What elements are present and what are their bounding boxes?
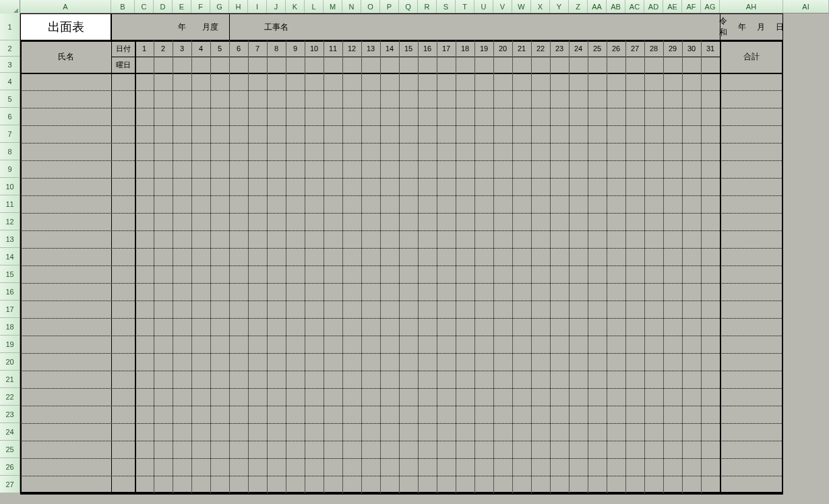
row-header-22[interactable]: 22 xyxy=(0,388,20,406)
row-header-col: 1234567891011121314151617181920212223242… xyxy=(0,13,20,493)
col-header-U[interactable]: U xyxy=(474,0,493,13)
col-header-B[interactable]: B xyxy=(111,0,135,13)
row-header-7[interactable]: 7 xyxy=(0,125,20,143)
col-header-L[interactable]: L xyxy=(305,0,324,13)
row-header-23[interactable]: 23 xyxy=(0,406,20,423)
col-header-J[interactable]: J xyxy=(267,0,286,13)
row-header-26[interactable]: 26 xyxy=(0,458,20,476)
grid-area[interactable]: 出面表 令和 年 月 日 年 月度 工事名 氏名 日付 曜日 合計 123456… xyxy=(20,13,829,504)
col-header-C[interactable]: C xyxy=(135,0,154,13)
day-header-25: 25 xyxy=(588,40,607,57)
weekday-header: 曜日 xyxy=(111,57,135,73)
row-header-8[interactable]: 8 xyxy=(0,143,20,160)
col-header-X[interactable]: X xyxy=(531,0,550,13)
day-header-28: 28 xyxy=(644,40,663,57)
row-header-11[interactable]: 11 xyxy=(0,195,20,213)
row-header-5[interactable]: 5 xyxy=(0,90,20,108)
col-header-D[interactable]: D xyxy=(154,0,173,13)
row-header-15[interactable]: 15 xyxy=(0,265,20,283)
day-header-13: 13 xyxy=(361,40,380,57)
title-text: 出面表 xyxy=(48,19,84,35)
col-header-N[interactable]: N xyxy=(342,0,361,13)
col-header-AI[interactable]: AI xyxy=(783,0,829,13)
col-header-Z[interactable]: Z xyxy=(569,0,588,13)
day-header-2: 2 xyxy=(154,40,173,57)
day-header-22: 22 xyxy=(531,40,550,57)
col-header-Y[interactable]: Y xyxy=(550,0,569,13)
day-header-19: 19 xyxy=(474,40,493,57)
title-cell[interactable]: 出面表 xyxy=(20,13,111,40)
col-header-Q[interactable]: Q xyxy=(399,0,418,13)
row-header-17[interactable]: 17 xyxy=(0,301,20,318)
day-header-11: 11 xyxy=(324,40,342,57)
day-header-23: 23 xyxy=(550,40,569,57)
col-header-S[interactable]: S xyxy=(437,0,456,13)
day-header-16: 16 xyxy=(418,40,437,57)
col-header-A[interactable]: A xyxy=(20,0,111,13)
col-header-M[interactable]: M xyxy=(324,0,342,13)
date-header: 日付 xyxy=(111,40,135,57)
col-header-R[interactable]: R xyxy=(418,0,437,13)
day-header-6: 6 xyxy=(229,40,248,57)
day-header-3: 3 xyxy=(173,40,191,57)
col-header-H[interactable]: H xyxy=(229,0,248,13)
spreadsheet: ABCDEFGHIJKLMNOPQRSTUVWXYZAAABACADAEAFAG… xyxy=(0,0,829,504)
day-header-20: 20 xyxy=(493,40,512,57)
col-header-AB[interactable]: AB xyxy=(607,0,625,13)
col-header-O[interactable]: O xyxy=(361,0,380,13)
day-header-7: 7 xyxy=(248,40,267,57)
day-header-27: 27 xyxy=(625,40,644,57)
col-header-G[interactable]: G xyxy=(210,0,229,13)
day-header-18: 18 xyxy=(456,40,474,57)
day-header-14: 14 xyxy=(380,40,399,57)
day-header-1: 1 xyxy=(135,40,154,57)
name-header: 氏名 xyxy=(20,40,111,73)
row-header-4[interactable]: 4 xyxy=(0,73,20,90)
col-header-P[interactable]: P xyxy=(380,0,399,13)
row-header-3[interactable]: 3 xyxy=(0,57,20,73)
row-header-1[interactable]: 1 xyxy=(0,13,20,40)
row-header-20[interactable]: 20 xyxy=(0,353,20,371)
col-header-AD[interactable]: AD xyxy=(644,0,663,13)
day-header-29: 29 xyxy=(663,40,682,57)
row-header-27[interactable]: 27 xyxy=(0,476,20,493)
day-header-31: 31 xyxy=(701,40,720,57)
col-header-AE[interactable]: AE xyxy=(663,0,682,13)
col-header-AA[interactable]: AA xyxy=(588,0,607,13)
col-header-W[interactable]: W xyxy=(512,0,531,13)
day-header-10: 10 xyxy=(305,40,324,57)
day-header-17: 17 xyxy=(437,40,456,57)
col-header-T[interactable]: T xyxy=(456,0,474,13)
col-header-AF[interactable]: AF xyxy=(682,0,701,13)
column-header-row: ABCDEFGHIJKLMNOPQRSTUVWXYZAAABACADAEAFAG… xyxy=(0,0,829,13)
col-header-E[interactable]: E xyxy=(173,0,191,13)
row-header-12[interactable]: 12 xyxy=(0,213,20,230)
row-header-24[interactable]: 24 xyxy=(0,423,20,441)
row-header-2[interactable]: 2 xyxy=(0,40,20,57)
row-header-10[interactable]: 10 xyxy=(0,178,20,195)
row-header-14[interactable]: 14 xyxy=(0,248,20,265)
day-header-8: 8 xyxy=(267,40,286,57)
total-header: 合計 xyxy=(720,40,783,73)
col-header-I[interactable]: I xyxy=(248,0,267,13)
row-header-16[interactable]: 16 xyxy=(0,283,20,301)
col-header-F[interactable]: F xyxy=(191,0,210,13)
row-header-13[interactable]: 13 xyxy=(0,230,20,248)
select-all-corner[interactable] xyxy=(0,0,20,13)
col-header-AG[interactable]: AG xyxy=(701,0,720,13)
day-header-30: 30 xyxy=(682,40,701,57)
col-header-K[interactable]: K xyxy=(286,0,305,13)
row-header-19[interactable]: 19 xyxy=(0,336,20,353)
col-header-AH[interactable]: AH xyxy=(720,0,783,13)
col-header-V[interactable]: V xyxy=(493,0,512,13)
row-header-25[interactable]: 25 xyxy=(0,441,20,458)
row-header-9[interactable]: 9 xyxy=(0,160,20,178)
day-header-9: 9 xyxy=(286,40,305,57)
col-header-AC[interactable]: AC xyxy=(625,0,644,13)
day-header-15: 15 xyxy=(399,40,418,57)
day-header-5: 5 xyxy=(210,40,229,57)
row-header-21[interactable]: 21 xyxy=(0,371,20,388)
day-header-26: 26 xyxy=(607,40,625,57)
row-header-6[interactable]: 6 xyxy=(0,108,20,125)
row-header-18[interactable]: 18 xyxy=(0,318,20,336)
